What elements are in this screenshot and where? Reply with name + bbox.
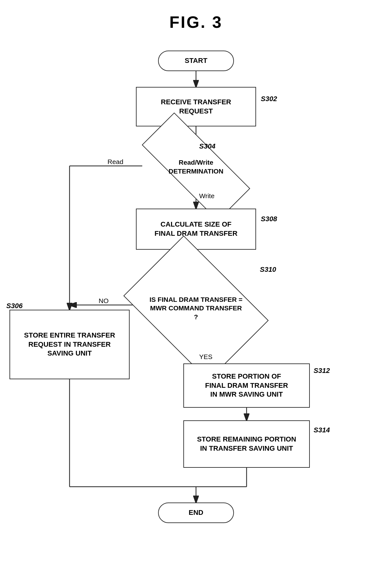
write-label: Write [199, 192, 215, 200]
s306-process: STORE ENTIRE TRANSFERREQUEST IN TRANSFER… [9, 310, 130, 379]
s314-step: S314 [314, 426, 330, 434]
s302-process: RECEIVE TRANSFERREQUEST [136, 87, 256, 126]
s312-step: S312 [314, 367, 330, 375]
s314-process: STORE REMAINING PORTIONIN TRANSFER SAVIN… [183, 420, 310, 468]
s304-step: S304 [199, 142, 215, 150]
s306-step: S306 [6, 302, 22, 310]
flowchart: START RECEIVE TRANSFERREQUEST S302 Read/… [0, 35, 392, 579]
page-title: FIG. 3 [0, 0, 392, 32]
s308-step: S308 [261, 215, 277, 223]
end-terminal: END [158, 503, 234, 523]
s302-step: S302 [261, 95, 277, 103]
s302-label: RECEIVE TRANSFERREQUEST [161, 98, 231, 116]
s306-label: STORE ENTIRE TRANSFERREQUEST IN TRANSFER… [24, 331, 115, 358]
s308-label: CALCULATE SIZE OFFINAL DRAM TRANSFER [155, 220, 237, 238]
s304-decision: Read/WriteDETERMINATION [142, 144, 250, 190]
s310-label: IS FINAL DRAM TRANSFER =MWR COMMAND TRAN… [150, 295, 242, 321]
no-label: NO [99, 297, 109, 305]
s304-label: Read/WriteDETERMINATION [168, 158, 223, 175]
s310-decision: IS FINAL DRAM TRANSFER =MWR COMMAND TRAN… [136, 265, 256, 351]
s308-process: CALCULATE SIZE OFFINAL DRAM TRANSFER [136, 209, 256, 250]
s314-label: STORE REMAINING PORTIONIN TRANSFER SAVIN… [197, 435, 296, 453]
s312-process: STORE PORTION OFFINAL DRAM TRANSFERIN MW… [183, 363, 310, 408]
start-terminal: START [158, 51, 234, 71]
read-label: Read [107, 158, 123, 166]
start-label: START [185, 56, 207, 65]
s312-label: STORE PORTION OFFINAL DRAM TRANSFERIN MW… [205, 372, 288, 399]
end-label: END [189, 508, 203, 517]
s310-step: S310 [260, 265, 276, 274]
yes-label: YES [199, 353, 212, 361]
